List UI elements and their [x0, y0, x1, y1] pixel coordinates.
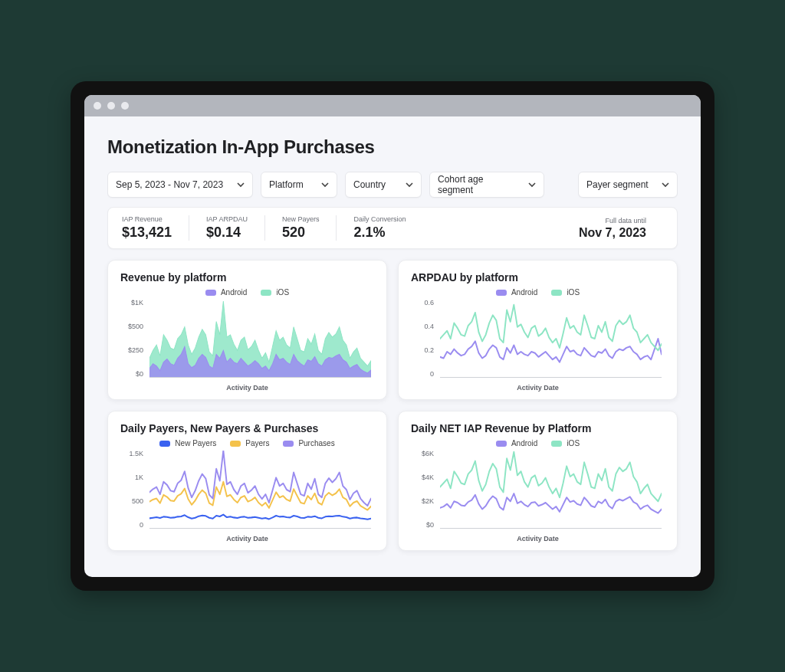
legend-label: iOS	[567, 439, 580, 447]
chart-plot: 1.5K 1K 500 0 Activity Date	[120, 451, 374, 543]
kpi-label: Full data until	[579, 217, 646, 225]
y-tick: $0	[120, 371, 146, 378]
kpi-value: 520	[282, 225, 320, 241]
chart-plot: $1K $500 $250 $0 Activity Date	[120, 300, 374, 392]
legend-label: New Payers	[175, 439, 216, 447]
legend-label: iOS	[567, 288, 580, 297]
swatch-icon	[496, 441, 507, 447]
kpi-new-payers: New Payers 520	[264, 215, 337, 241]
y-tick: 1.5K	[120, 451, 146, 457]
y-axis: $1K $500 $250 $0	[120, 300, 146, 378]
y-tick: $500	[120, 323, 146, 330]
card-arpdau-by-platform: ARPDAU by platform Android iOS 0.6 0.4 0…	[398, 260, 678, 400]
window-dot-icon	[107, 102, 115, 110]
chevron-down-icon	[662, 181, 669, 188]
y-tick: $250	[120, 347, 146, 354]
y-tick: 0.4	[411, 323, 437, 330]
kpi-iap-revenue: IAP Revenue $13,421	[122, 215, 189, 241]
x-axis-line	[149, 528, 371, 529]
filter-date-label: Sep 5, 2023 - Nov 7, 2023	[116, 179, 223, 190]
kpi-daily-conversion: Daily Conversion 2.1%	[336, 215, 422, 241]
chart-legend: New Payers Payers Purchases	[120, 439, 374, 447]
card-title: Daily NET IAP Revenue by Platform	[411, 422, 665, 434]
y-tick: $4K	[411, 474, 437, 481]
plot-area	[149, 300, 371, 378]
y-tick: $1K	[120, 300, 146, 306]
x-axis-label: Activity Date	[411, 535, 665, 543]
x-axis-label: Activity Date	[411, 384, 665, 392]
page-title: Monetization In-App Purchases	[107, 136, 678, 158]
kpi-full-data-until: Full data until Nov 7, 2023	[579, 217, 663, 240]
card-net-iap-revenue: Daily NET IAP Revenue by Platform Androi…	[398, 411, 678, 551]
legend-ios: iOS	[551, 288, 580, 297]
filter-bar: Sep 5, 2023 - Nov 7, 2023 Platform Count…	[107, 172, 678, 198]
chart-plot: 0.6 0.4 0.2 0 Activity Date	[411, 300, 665, 392]
legend-android: Android	[496, 288, 537, 297]
filter-date-range[interactable]: Sep 5, 2023 - Nov 7, 2023	[107, 172, 253, 198]
legend-label: Purchases	[298, 439, 334, 447]
legend-android: Android	[205, 288, 247, 297]
card-title: Revenue by platform	[120, 271, 374, 284]
kpi-value: $0.14	[206, 225, 248, 241]
titlebar	[84, 95, 701, 116]
swatch-icon	[159, 441, 170, 447]
y-tick: 500	[120, 498, 146, 505]
plot-area	[440, 451, 662, 529]
plot-area	[440, 300, 662, 378]
kpi-label: Daily Conversion	[353, 215, 406, 223]
swatch-icon	[261, 290, 271, 296]
legend-label: Android	[511, 288, 537, 297]
swatch-icon	[496, 290, 507, 296]
kpi-value: 2.1%	[353, 225, 406, 241]
legend-payers: Payers	[230, 439, 269, 447]
window-dot-icon	[94, 102, 101, 110]
legend-purchases: Purchases	[283, 439, 334, 447]
chevron-down-icon	[406, 181, 413, 188]
kpi-value: Nov 7, 2023	[579, 226, 646, 240]
filter-payer-label: Payer segment	[586, 179, 649, 190]
y-tick: 0.6	[411, 300, 437, 306]
swatch-icon	[551, 441, 562, 447]
x-axis-line	[440, 377, 662, 378]
y-tick: 0	[120, 522, 146, 529]
y-tick: $6K	[411, 451, 437, 457]
kpi-label: IAP ARPDAU	[206, 215, 248, 223]
device-frame: Monetization In-App Purchases Sep 5, 202…	[71, 81, 714, 591]
filter-platform[interactable]: Platform	[261, 172, 337, 198]
plot-area	[149, 451, 371, 529]
chevron-down-icon	[321, 181, 329, 188]
swatch-icon	[230, 441, 241, 447]
legend-label: Android	[511, 439, 537, 447]
filter-country[interactable]: Country	[345, 172, 422, 198]
browser-window: Monetization In-App Purchases Sep 5, 202…	[84, 95, 701, 577]
kpi-label: New Payers	[282, 215, 320, 223]
y-tick: 1K	[120, 474, 146, 481]
chevron-down-icon	[237, 181, 245, 188]
kpi-arpdau: IAP ARPDAU $0.14	[189, 215, 264, 241]
filter-payer-segment[interactable]: Payer segment	[578, 172, 678, 198]
legend-label: Payers	[245, 439, 269, 447]
card-revenue-by-platform: Revenue by platform Android iOS $1K $500…	[107, 260, 387, 400]
chevron-down-icon	[528, 181, 536, 188]
chart-legend: Android iOS	[411, 439, 665, 447]
x-axis-label: Activity Date	[120, 535, 374, 543]
card-title: ARPDAU by platform	[411, 271, 665, 284]
y-tick: 0.2	[411, 347, 437, 354]
spacer	[552, 172, 570, 198]
chart-plot: $6K $4K $2K $0 Activity Date	[411, 451, 665, 543]
card-daily-payers: Daily Payers, New Payers & Purchases New…	[107, 411, 387, 551]
y-tick: 0	[411, 371, 437, 378]
kpi-value: $13,421	[122, 225, 172, 241]
kpi-bar: IAP Revenue $13,421 IAP ARPDAU $0.14 New…	[107, 207, 678, 249]
window-dot-icon	[121, 102, 129, 110]
y-axis: 1.5K 1K 500 0	[120, 451, 146, 529]
legend-ios: iOS	[261, 288, 289, 297]
charts-grid: Revenue by platform Android iOS $1K $500…	[107, 260, 678, 551]
chart-legend: Android iOS	[120, 288, 374, 297]
filter-cohort-segment[interactable]: Cohort age segment	[429, 172, 544, 198]
legend-new-payers: New Payers	[159, 439, 216, 447]
x-axis-label: Activity Date	[120, 384, 374, 392]
y-tick: $0	[411, 522, 437, 529]
swatch-icon	[283, 441, 294, 447]
y-axis: 0.6 0.4 0.2 0	[411, 300, 437, 378]
